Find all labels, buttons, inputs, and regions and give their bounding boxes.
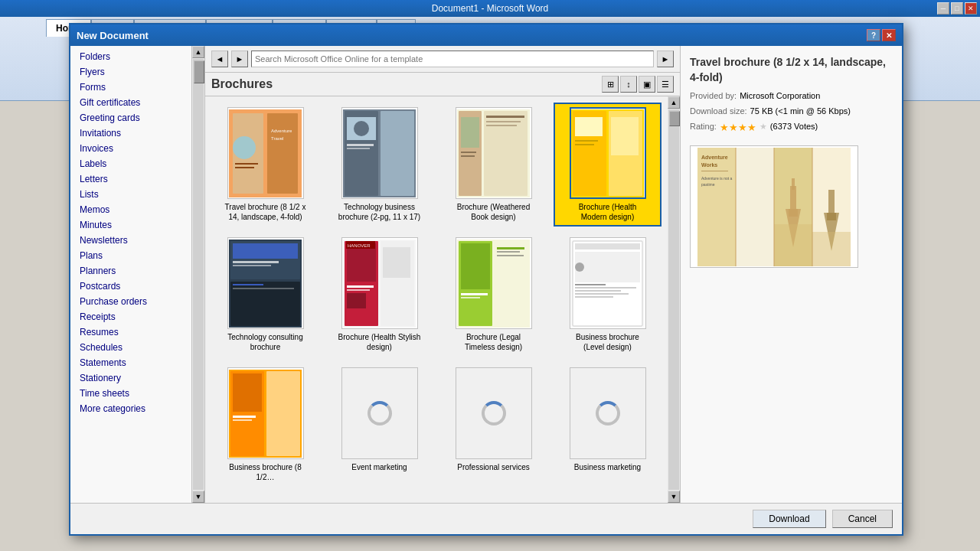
template-business-marketing[interactable]: Business marketing	[554, 363, 662, 487]
svg-rect-35	[233, 261, 279, 263]
view-btn-2[interactable]: ↕	[620, 76, 637, 93]
template-label-health-modern: Brochure (Health Modern design)	[566, 202, 650, 222]
sidebar-item-schedules[interactable]: Schedules	[70, 340, 191, 355]
dialog-close-button[interactable]: ✕	[882, 29, 896, 41]
word-title: Document1 - Microsoft Word	[432, 3, 549, 14]
template-thumb-event-marketing	[341, 367, 418, 459]
provided-by-value: Microsoft Corporation	[740, 91, 820, 100]
sidebar-item-receipts[interactable]: Receipts	[70, 309, 191, 324]
sidebar-item-plans[interactable]: Plans	[70, 248, 191, 263]
sidebar-item-time-sheets[interactable]: Time sheets	[70, 386, 191, 401]
search-go-button[interactable]: ►	[657, 51, 674, 67]
template-business-half[interactable]: Business brochure (8 1/2…	[211, 363, 319, 487]
template-thumb-tech-consulting	[227, 237, 304, 329]
dialog-body: Folders Flyers Forms Gift certificates G…	[70, 46, 902, 503]
view-btn-4[interactable]: ☰	[657, 76, 674, 93]
svg-rect-63	[575, 287, 636, 289]
minimize-button[interactable]: ─	[937, 2, 949, 15]
view-btn-1[interactable]: ⊞	[602, 76, 619, 93]
template-event-marketing[interactable]: Event marketing	[325, 363, 433, 487]
sidebar-item-resumes[interactable]: Resumes	[70, 324, 191, 340]
template-business-level[interactable]: Business brochure (Level design)	[554, 233, 662, 357]
template-tech-consulting[interactable]: Technology consulting brochure	[211, 233, 319, 357]
restore-button[interactable]: □	[951, 2, 963, 15]
template-thumb-business-level	[570, 237, 646, 329]
svg-rect-10	[381, 111, 414, 196]
grid-scroll-down[interactable]: ▼	[668, 491, 680, 503]
sidebar-item-memos[interactable]: Memos	[70, 202, 191, 217]
svg-rect-23	[486, 125, 517, 126]
svg-rect-55	[497, 247, 524, 249]
download-size-row: Download size: 75 KB (<1 min @ 56 Kbps)	[690, 106, 893, 116]
grid-scroll-up[interactable]: ▲	[668, 96, 680, 109]
template-health-stylish[interactable]: HANOVER Brochure (Health Stylish design)	[325, 233, 433, 357]
sidebar-item-newsletters[interactable]: Newsletters	[70, 233, 191, 248]
votes-value: (6373 Votes)	[770, 122, 818, 133]
svg-rect-14	[347, 148, 370, 149]
grid-scroll-thumb[interactable]	[669, 111, 680, 126]
template-tech-business[interactable]: Technology business brochure (2-pg, 11 x…	[325, 103, 433, 227]
svg-rect-91	[812, 232, 851, 266]
template-thumb-business-half	[227, 367, 304, 459]
sidebar-item-purchase-orders[interactable]: Purchase orders	[70, 294, 191, 309]
cancel-button[interactable]: Cancel	[832, 510, 893, 528]
sidebar-scroll-thumb[interactable]	[194, 60, 204, 83]
svg-rect-70	[233, 373, 262, 412]
sidebar-item-forms[interactable]: Forms	[70, 80, 191, 95]
template-grid-wrapper: Adventure Travel Travel brochure (8 1/2 …	[205, 96, 680, 503]
download-button[interactable]: Download	[753, 510, 825, 528]
template-travel-brochure[interactable]: Adventure Travel Travel brochure (8 1/2 …	[211, 103, 319, 227]
close-button[interactable]: ✕	[965, 2, 977, 15]
new-document-dialog: New Document ? ✕ Folders Flyers Forms Gi…	[69, 23, 903, 536]
template-grid: Adventure Travel Travel brochure (8 1/2 …	[205, 96, 668, 503]
sidebar-item-gift-certificates[interactable]: Gift certificates	[70, 95, 191, 110]
sidebar-item-planners[interactable]: Planners	[70, 263, 191, 279]
provided-by-row: Provided by: Microsoft Corporation	[690, 91, 893, 100]
grid-scrollbar: ▲ ▼	[668, 96, 680, 503]
sidebar-item-statements[interactable]: Statements	[70, 355, 191, 370]
template-label-business-half: Business brochure (8 1/2…	[224, 462, 308, 482]
sidebar-item-flyers[interactable]: Flyers	[70, 64, 191, 80]
svg-rect-71	[233, 416, 256, 418]
search-input[interactable]	[251, 51, 654, 67]
sidebar-container: Folders Flyers Forms Gift certificates G…	[70, 46, 205, 503]
sidebar-item-labels[interactable]: Labels	[70, 156, 191, 171]
forward-button[interactable]: ►	[231, 51, 248, 67]
template-weathered-book[interactable]: Brochure (Weathered Book design)	[439, 103, 547, 227]
sidebar-item-lists[interactable]: Lists	[70, 187, 191, 202]
svg-rect-19	[461, 152, 476, 153]
template-thumb-weathered	[456, 107, 532, 199]
view-btn-3[interactable]: ▣	[639, 76, 655, 93]
sidebar-item-letters[interactable]: Letters	[70, 171, 191, 187]
svg-rect-66	[575, 296, 613, 298]
svg-rect-30	[611, 117, 639, 155]
sidebar-item-invitations[interactable]: Invitations	[70, 126, 191, 141]
svg-point-12	[354, 121, 369, 136]
sidebar-scroll-up[interactable]: ▲	[192, 46, 204, 58]
back-button[interactable]: ◄	[211, 51, 228, 67]
sidebar-item-invoices[interactable]: Invoices	[70, 141, 191, 156]
sidebar-item-minutes[interactable]: Minutes	[70, 217, 191, 233]
svg-rect-57	[497, 255, 524, 256]
template-label-tech-consulting: Technology consulting brochure	[224, 332, 308, 352]
template-label-professional-services: Professional services	[457, 462, 529, 472]
template-legal-timeless[interactable]: Brochure (Legal Timeless design)	[439, 233, 547, 357]
template-health-modern[interactable]: Brochure (Health Modern design)	[554, 103, 662, 227]
sidebar-item-postcards[interactable]: Postcards	[70, 279, 191, 294]
health-modern-thumb-svg	[571, 109, 644, 197]
svg-text:Adventure is not a: Adventure is not a	[701, 176, 733, 181]
template-professional-services[interactable]: Professional services	[439, 363, 547, 487]
template-thumb-tech-business	[341, 107, 418, 199]
dialog-help-button[interactable]: ?	[867, 29, 880, 41]
sidebar-item-greeting-cards[interactable]: Greeting cards	[70, 110, 191, 126]
sidebar-scroll-down[interactable]: ▼	[192, 491, 204, 503]
template-thumb-health-modern	[570, 107, 646, 199]
sidebar-item-folders[interactable]: Folders	[70, 49, 191, 64]
svg-rect-18	[461, 117, 479, 148]
template-label-business-marketing: Business marketing	[574, 462, 641, 472]
stars-filled: ★★★★	[720, 122, 756, 133]
svg-rect-44	[347, 289, 370, 291]
template-preview: Adventure Works Adventure is not a pasti…	[690, 145, 858, 268]
sidebar-item-stationery[interactable]: Stationery	[70, 370, 191, 386]
sidebar-item-more-categories[interactable]: More categories	[70, 401, 191, 416]
